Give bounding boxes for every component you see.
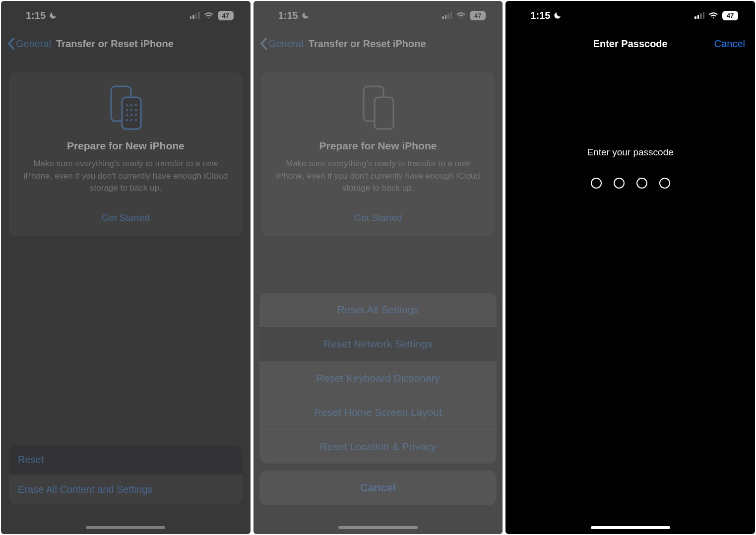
svg-rect-15	[375, 97, 393, 129]
prepare-card: Prepare for New iPhone Make sure everyth…	[261, 72, 495, 236]
get-started-button[interactable]: Get Started	[271, 212, 485, 223]
svg-rect-1	[122, 97, 141, 129]
reset-network-settings-button[interactable]: Reset Network Settings	[259, 327, 497, 361]
back-button[interactable]: General	[259, 37, 304, 50]
do-not-disturb-icon	[49, 11, 58, 20]
reset-location-privacy-button[interactable]: Reset Location & Privacy	[259, 430, 497, 464]
svg-point-5	[126, 109, 128, 111]
erase-all-button[interactable]: Erase All Content and Settings	[9, 475, 243, 504]
prepare-description: Make sure everything's ready to transfer…	[271, 158, 485, 195]
two-phones-icon	[108, 85, 143, 131]
svg-point-12	[130, 119, 132, 121]
passcode-dot	[636, 178, 647, 189]
cellular-icon	[694, 12, 704, 19]
passcode-dot	[591, 178, 602, 189]
cancel-button[interactable]: Cancel	[259, 470, 497, 505]
svg-point-3	[130, 104, 132, 106]
home-indicator[interactable]	[338, 526, 418, 529]
back-label: General	[16, 38, 51, 50]
svg-point-13	[135, 119, 137, 121]
passcode-dot	[659, 178, 670, 189]
cellular-icon	[442, 12, 452, 19]
status-time: 1:15	[26, 10, 46, 21]
wifi-icon	[456, 11, 466, 19]
chevron-left-icon	[259, 37, 267, 50]
prepare-description: Make sure everything's ready to transfer…	[19, 158, 233, 195]
passcode-nav-bar: Enter Passcode Cancel	[505, 30, 755, 58]
back-button[interactable]: General	[7, 37, 51, 50]
nav-bar: General Transfer or Reset iPhone	[253, 30, 503, 58]
status-bar: 1:15 47	[253, 1, 503, 30]
reset-home-screen-layout-button[interactable]: Reset Home Screen Layout	[259, 396, 497, 430]
back-label: General	[268, 38, 304, 50]
screen-2-reset-sheet: 1:15 47 General Transfer or Reset iPhone…	[253, 1, 503, 534]
battery-indicator: 47	[722, 11, 738, 20]
prepare-title: Prepare for New iPhone	[271, 140, 485, 152]
status-bar: 1:15 47	[505, 1, 755, 30]
home-indicator[interactable]	[591, 526, 670, 529]
passcode-dots	[505, 178, 755, 189]
wifi-icon	[204, 11, 214, 19]
prepare-title: Prepare for New iPhone	[19, 140, 233, 152]
battery-indicator: 47	[218, 11, 234, 20]
prepare-card: Prepare for New iPhone Make sure everyth…	[9, 72, 243, 236]
svg-point-2	[126, 104, 128, 106]
svg-point-8	[126, 114, 128, 116]
bottom-options-list: Reset Erase All Content and Settings	[9, 445, 243, 504]
nav-title: Transfer or Reset iPhone	[56, 38, 174, 50]
status-time: 1:15	[278, 10, 298, 21]
screen-3-passcode: 1:15 47 Enter Passcode Cancel Enter your…	[505, 1, 755, 534]
status-time: 1:15	[530, 10, 550, 21]
home-indicator[interactable]	[86, 526, 165, 529]
passcode-prompt: Enter your passcode	[505, 147, 755, 158]
reset-button[interactable]: Reset	[9, 445, 243, 475]
status-bar: 1:15 47	[1, 1, 251, 30]
nav-bar: General Transfer or Reset iPhone	[1, 30, 251, 58]
svg-point-10	[135, 114, 137, 116]
reset-action-sheet: Reset All Settings Reset Network Setting…	[259, 293, 497, 505]
svg-point-11	[126, 119, 128, 121]
reset-keyboard-dictionary-button[interactable]: Reset Keyboard Dictionary	[259, 361, 497, 396]
two-phones-icon	[361, 85, 395, 131]
wifi-icon	[708, 11, 718, 19]
get-started-button[interactable]: Get Started	[19, 212, 233, 223]
svg-point-9	[130, 114, 132, 116]
battery-indicator: 47	[470, 11, 486, 20]
nav-title: Transfer or Reset iPhone	[309, 38, 426, 50]
cellular-icon	[190, 12, 200, 19]
cancel-button[interactable]: Cancel	[714, 38, 745, 50]
reset-all-settings-button[interactable]: Reset All Settings	[259, 293, 497, 327]
passcode-dot	[614, 178, 625, 189]
chevron-left-icon	[7, 37, 15, 50]
svg-point-7	[135, 109, 137, 111]
passcode-title: Enter Passcode	[593, 38, 668, 50]
do-not-disturb-icon	[553, 11, 562, 20]
svg-point-4	[135, 104, 137, 106]
svg-point-6	[130, 109, 132, 111]
do-not-disturb-icon	[301, 11, 310, 20]
sheet-options-group: Reset All Settings Reset Network Setting…	[259, 293, 497, 464]
screen-1-transfer-reset: 1:15 47 General Transfer or Reset iPhone	[1, 1, 251, 534]
